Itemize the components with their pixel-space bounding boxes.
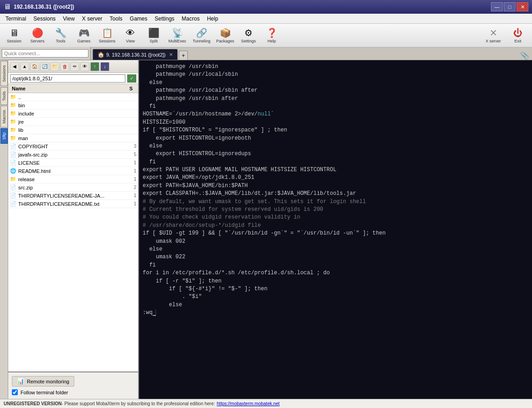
quick-connect-input[interactable]: [2, 49, 88, 58]
side-tab-tools[interactable]: Tools: [0, 87, 8, 105]
sftp-home-button[interactable]: 🏠: [30, 62, 39, 71]
list-item[interactable]: 📁 jre: [8, 118, 138, 126]
list-item[interactable]: 📄 THIRDPARTYLICENSEREADME-JA... 1: [8, 192, 138, 200]
sftp-download-button[interactable]: ↓: [100, 62, 109, 71]
path-input[interactable]: [10, 74, 125, 83]
col-name-header: Name: [12, 86, 121, 91]
item-name: ..: [18, 94, 124, 100]
list-item[interactable]: 📁 man: [8, 134, 138, 142]
sftp-refresh-button[interactable]: 🔄: [40, 62, 49, 71]
file-icon: 📄: [10, 201, 16, 207]
folder-icon: 📁: [10, 110, 16, 116]
maximize-button[interactable]: □: [504, 2, 516, 11]
file-icon: 📄: [10, 193, 16, 199]
menu-games[interactable]: Games: [126, 15, 151, 23]
term-line: pathmunge /usr/sbin: [143, 63, 528, 71]
side-tab-sessions[interactable]: Sessions: [0, 61, 8, 86]
titlebar: 🖥 192.168.136.31 ([root2]) — □ ✕: [0, 0, 532, 14]
item-size: 1: [124, 160, 138, 165]
sftp-up-button[interactable]: ▲: [20, 62, 29, 71]
quick-connect-area: [0, 47, 91, 60]
list-item[interactable]: 📁 release 1: [8, 175, 138, 183]
follow-terminal-checkbox[interactable]: [12, 389, 18, 395]
sftp-view-button[interactable]: 👁: [80, 62, 89, 71]
path-ok-button[interactable]: ✓: [127, 74, 136, 83]
toolbar-xserver[interactable]: ✕ X server: [480, 25, 506, 46]
follow-terminal-text: Follow terminal folder: [21, 390, 68, 395]
list-item[interactable]: 📁 lib: [8, 126, 138, 134]
toolbar-split[interactable]: ⬛ Split: [142, 25, 165, 46]
menu-tools[interactable]: Tools: [106, 15, 126, 23]
toolbar-settings[interactable]: ⚙ Settings: [237, 25, 260, 46]
list-item[interactable]: 📁 include: [8, 110, 138, 118]
term-line: # By default, we want umask to get set. …: [143, 198, 528, 206]
term-line: else: [143, 79, 528, 87]
terminal[interactable]: pathmunge /usr/sbin pathmunge /usr/local…: [139, 60, 532, 399]
list-item[interactable]: 📁 bin: [8, 101, 138, 110]
follow-terminal-label[interactable]: Follow terminal folder: [12, 389, 68, 395]
tab-active[interactable]: 🏠 9. 192.168.136.31 ([root2]) ✕: [93, 49, 178, 60]
list-item[interactable]: 📁 ..: [8, 93, 138, 101]
main-area: Sessions Tools Macros Sftp ◀ ▲ 🏠 🔄 📁 🗑 ✏…: [0, 60, 532, 399]
statusbar: UNREGISTERED VERSION - Please support Mo…: [0, 399, 532, 408]
minimize-button[interactable]: —: [491, 2, 503, 11]
menu-view[interactable]: View: [59, 15, 78, 23]
sftp-newdir-button[interactable]: 📁: [50, 62, 59, 71]
toolbar-help[interactable]: ❓ Help: [260, 25, 283, 46]
status-link[interactable]: https://mobaxterm.mobatek.net: [217, 401, 280, 406]
menu-xserver[interactable]: X server: [78, 15, 106, 23]
term-line: fi: [143, 158, 528, 166]
side-tab-sftp[interactable]: Sftp: [0, 128, 8, 144]
term-line: export HISTCONTROL=ignoreboth: [143, 135, 528, 142]
term-line: fi: [143, 103, 528, 110]
menubar: Terminal Sessions View X server Tools Ga…: [0, 14, 532, 24]
menu-settings[interactable]: Settings: [151, 15, 178, 23]
item-name: include: [18, 111, 124, 116]
toolbar-servers[interactable]: 🔴 Servers: [26, 25, 49, 46]
term-line: if [ "$HISTCONTROL" = "ignorespace" ] ; …: [143, 126, 528, 134]
sftp-back-button[interactable]: ◀: [10, 62, 19, 71]
list-item[interactable]: 📄 THIRDPARTYLICENSEREADME.txt 1: [8, 200, 138, 208]
item-size: 1: [124, 177, 138, 182]
menu-help[interactable]: Help: [203, 15, 222, 23]
menu-sessions[interactable]: Sessions: [30, 15, 59, 23]
toolbar-session[interactable]: 🖥 Session: [3, 25, 26, 46]
toolbar-exit[interactable]: ⏻ Exit: [506, 25, 529, 46]
list-item[interactable]: 📄 src.zip 2: [8, 183, 138, 192]
list-item[interactable]: 📄 COPYRIGHT 3: [8, 142, 138, 151]
sftp-delete-button[interactable]: 🗑: [60, 62, 69, 71]
sftp-upload-button[interactable]: ↑: [90, 62, 99, 71]
sftp-rename-button[interactable]: ✏: [70, 62, 79, 71]
remote-monitoring-button[interactable]: 📊 Remote monitoring: [12, 376, 74, 387]
col-size-header: S: [121, 86, 134, 91]
toolbar-view[interactable]: 👁 View: [119, 25, 142, 46]
list-item[interactable]: 📄 javafx-src.zip 5: [8, 151, 138, 159]
monitoring-label: Remote monitoring: [27, 379, 69, 384]
bottom-monitoring-panel: 📊 Remote monitoring Follow terminal fold…: [8, 371, 138, 399]
attachment-icon[interactable]: 📎: [520, 51, 529, 60]
toolbar-sessions[interactable]: 📋 Sessions: [96, 25, 119, 46]
toolbar-multiexec[interactable]: 📡 MultiExec: [165, 25, 189, 46]
list-item[interactable]: 🌐 README.html 1: [8, 167, 138, 175]
term-line: HOSTNAME=`/usr/bin/hostname 2>/dev/null`: [143, 110, 528, 118]
toolbar-tools[interactable]: 🔧 Tools: [49, 25, 72, 46]
tab-close-icon[interactable]: ✕: [169, 52, 173, 57]
toolbar-packages[interactable]: 📦 Packages: [214, 25, 237, 46]
window-controls: — □ ✕: [491, 2, 528, 11]
item-name: javafx-src.zip: [18, 152, 124, 157]
terminal-panel: pathmunge /usr/sbin pathmunge /usr/local…: [139, 60, 532, 399]
side-tab-macros[interactable]: Macros: [0, 106, 8, 128]
toolbar-tunneling[interactable]: 🔗 Tunneling: [190, 25, 213, 46]
tab-label: 9. 192.168.136.31 ([root2]): [106, 52, 165, 58]
list-item[interactable]: 📄 LICENSE 1: [8, 159, 138, 167]
monitoring-chart-icon: 📊: [17, 378, 24, 385]
term-line: # You could check uidgid reservation val…: [143, 214, 528, 221]
close-button[interactable]: ✕: [517, 2, 528, 11]
menu-terminal[interactable]: Terminal: [2, 15, 30, 23]
item-name: THIRDPARTYLICENSEREADME-JA...: [18, 193, 124, 199]
path-bar: ✓: [8, 73, 138, 84]
menu-macros[interactable]: Macros: [178, 15, 203, 23]
toolbar-games[interactable]: 🎮 Games: [72, 25, 95, 46]
new-tab-button[interactable]: +: [179, 51, 188, 60]
term-line: pathmunge /usr/local/sbin after: [143, 87, 528, 94]
